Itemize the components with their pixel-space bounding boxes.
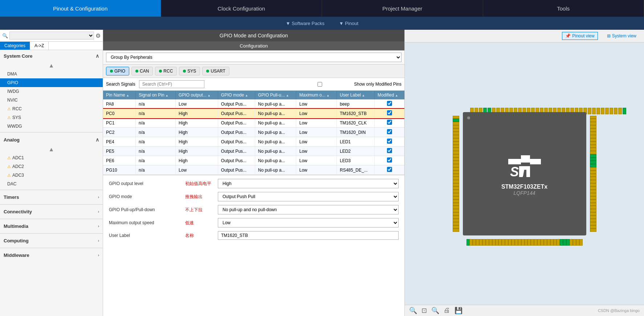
pull-select[interactable]: No pull-up and no pull-down Pull-up Pull…: [218, 205, 399, 214]
table-cell: n/a: [136, 165, 176, 175]
table-row[interactable]: PG10n/aLowOutput Pus...No pull-up a...Lo…: [103, 165, 404, 175]
zoom-in-icon[interactable]: 🔍: [409, 307, 417, 315]
modified-checkbox[interactable]: [387, 157, 392, 163]
th-user-label[interactable]: User Label: [337, 91, 374, 99]
modified-checkbox[interactable]: [387, 120, 392, 125]
expand-multimedia-icon[interactable]: ›: [98, 224, 99, 228]
sidebar-item-adc2[interactable]: ⚠ ADC2: [0, 162, 103, 171]
show-modified-checkbox[interactable]: [287, 82, 352, 87]
modified-checkbox[interactable]: [387, 129, 392, 134]
pin-left: [453, 193, 459, 196]
search-signals-input[interactable]: [139, 80, 204, 88]
fit-view-icon[interactable]: ⊡: [421, 307, 427, 315]
ptab-sys[interactable]: SYS: [179, 67, 200, 75]
modified-checkbox[interactable]: [387, 167, 392, 172]
expand-middleware-icon[interactable]: ›: [98, 253, 99, 257]
th-gpio-output[interactable]: GPIO output...: [176, 91, 218, 99]
table-row[interactable]: PC0n/aHighOutput Pus...No pull-up a...Lo…: [103, 109, 404, 118]
table-cell: No pull-up a...: [255, 137, 296, 147]
gpio-mode-select[interactable]: Output Push Pull Output Open Drain: [218, 192, 399, 201]
table-row[interactable]: PA8n/aLowOutput Pus...No pull-up a...Low…: [103, 99, 404, 109]
nav-project[interactable]: Project Manager: [322, 0, 483, 17]
sidebar-item-dma[interactable]: DMA: [0, 70, 103, 78]
expand-connectivity-icon[interactable]: ›: [98, 210, 99, 214]
pins-left: [453, 116, 459, 232]
table-row[interactable]: PC2n/aHighOutput Pus...No pull-up a...Lo…: [103, 128, 404, 137]
sidebar-item-wwdg[interactable]: WWDG: [0, 122, 103, 131]
ptab-usart[interactable]: USART: [202, 67, 229, 75]
section-analog: Analog ∧ ▲ ⚠ ADC1 ⚠ ADC2 ⚠ ADC3 DAC: [0, 134, 103, 188]
user-label-annotation: 名称: [185, 233, 214, 239]
sidebar-item-nvic[interactable]: NVIC: [0, 96, 103, 104]
sidebar-item-adc1[interactable]: ⚠ ADC1: [0, 153, 103, 162]
pin-left: [453, 209, 459, 212]
export-icon[interactable]: 🖨: [444, 307, 450, 315]
section-multimedia-header[interactable]: Multimedia ›: [0, 221, 103, 232]
th-gpio-mode[interactable]: GPIO mode: [218, 91, 255, 99]
section-system-core-header[interactable]: System Core ∧: [0, 50, 103, 62]
pinout-view-tab[interactable]: 📌 Pinout view: [562, 32, 598, 40]
zoom-out-icon[interactable]: 🔍: [431, 307, 439, 315]
modified-checkbox[interactable]: [387, 139, 392, 144]
expand-computing-icon[interactable]: ›: [98, 239, 99, 243]
usart-dot: [206, 70, 209, 73]
output-level-select[interactable]: High Low: [218, 179, 399, 188]
sidebar-item-rcc[interactable]: ⚠ RCC: [0, 104, 103, 113]
modified-checkbox[interactable]: [387, 148, 392, 153]
modified-checkbox[interactable]: [387, 101, 392, 106]
tab-atoz[interactable]: A->Z: [30, 42, 49, 50]
download-icon[interactable]: 💾: [455, 307, 462, 315]
table-row[interactable]: PE4n/aHighOutput Pus...No pull-up a...Lo…: [103, 137, 404, 147]
table-cell: Output Pus...: [218, 99, 255, 109]
section-connectivity-header[interactable]: Connectivity ›: [0, 206, 103, 217]
th-gpio-pull[interactable]: GPIO Pull-u...: [255, 91, 296, 99]
nav-clock[interactable]: Clock Configuration: [161, 0, 322, 17]
sidebar-item-dac[interactable]: DAC: [0, 180, 103, 188]
sort-asc-icon[interactable]: ▲: [49, 62, 54, 69]
sidebar-item-iwdg[interactable]: IWDG: [0, 87, 103, 96]
th-pin-name[interactable]: Pin Name: [103, 91, 136, 99]
ptab-can[interactable]: CAN: [131, 67, 153, 75]
th-modified[interactable]: Modified: [375, 91, 404, 99]
pin-right: [590, 216, 596, 219]
th-signal[interactable]: Signal on Pin: [136, 91, 176, 99]
section-middleware-header[interactable]: Middleware ›: [0, 250, 103, 261]
collapse-analog-icon[interactable]: ∧: [95, 137, 99, 143]
table-row[interactable]: PE6n/aHighOutput Pus...No pull-up a...Lo…: [103, 156, 404, 165]
sidebar-item-adc3[interactable]: ⚠ ADC3: [0, 171, 103, 180]
collapse-system-core-icon[interactable]: ∧: [95, 53, 99, 59]
nav-tools[interactable]: Tools: [483, 0, 644, 17]
speed-select[interactable]: Low Medium High: [218, 218, 399, 227]
sidebar-item-gpio[interactable]: GPIO: [0, 78, 103, 87]
search-icon: 🔍: [2, 33, 8, 38]
expand-timers-icon[interactable]: ›: [98, 195, 99, 199]
table-cell: TM1620_STB: [337, 109, 374, 118]
pin-bottom: [518, 239, 521, 246]
group-select[interactable]: Group By Peripherals: [106, 53, 402, 62]
table-cell: n/a: [136, 128, 176, 137]
tab-categories[interactable]: Categories: [0, 42, 30, 50]
pin-left: [453, 222, 459, 225]
ptab-rcc[interactable]: RCC: [155, 67, 177, 75]
filter-select[interactable]: [9, 32, 94, 40]
section-computing-header[interactable]: Computing ›: [0, 235, 103, 246]
section-timers-header[interactable]: Timers ›: [0, 192, 103, 203]
pin-right: [590, 186, 596, 190]
sort-asc-analog-icon[interactable]: ▲: [49, 146, 54, 153]
subnav-pinout[interactable]: ▼ Pinout: [339, 21, 358, 26]
system-view-tab[interactable]: ⊞ System view: [604, 32, 640, 40]
nav-pinout[interactable]: Pinout & Configuration: [0, 0, 161, 17]
modified-checkbox[interactable]: [387, 110, 392, 115]
subnav-software-packs[interactable]: ▼ Software Packs: [286, 21, 325, 26]
th-max-output[interactable]: Maximum o...: [296, 91, 337, 99]
table-row[interactable]: PC1n/aHighOutput Pus...No pull-up a...Lo…: [103, 118, 404, 128]
modified-cell: [375, 118, 404, 128]
gear-icon[interactable]: ⚙: [95, 32, 101, 39]
user-label-input[interactable]: [218, 231, 399, 240]
sidebar-item-sys[interactable]: ⚠ SYS: [0, 113, 103, 122]
pin-right: [590, 196, 596, 200]
table-cell: Low: [296, 165, 337, 175]
table-row[interactable]: PE5n/aHighOutput Pus...No pull-up a...Lo…: [103, 147, 404, 156]
section-analog-header[interactable]: Analog ∧: [0, 134, 103, 145]
ptab-gpio[interactable]: GPIO: [106, 67, 129, 75]
